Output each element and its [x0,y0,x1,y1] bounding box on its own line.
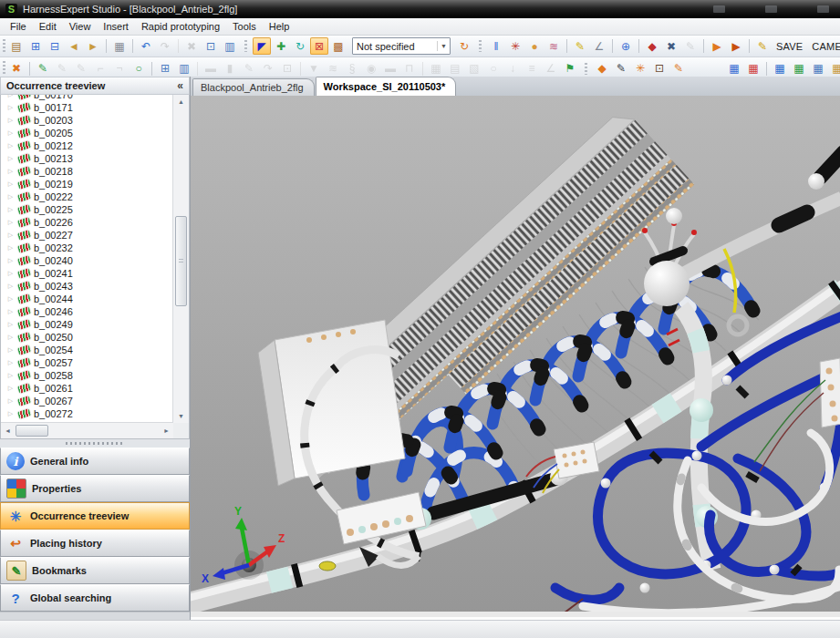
bundle-button[interactable]: ≋ [544,37,563,55]
expand-arrow-icon[interactable]: ▷ [6,397,15,405]
tree-item[interactable]: ▷ b_00170 [6,95,173,101]
junction-button[interactable]: ○ [130,60,148,77]
import-button[interactable]: ◄ [65,37,83,55]
tree-horizontal-scrollbar[interactable]: ◄ ► [1,422,173,438]
elbow2-button[interactable]: ¬ [110,60,129,77]
tree-item[interactable]: ▷ b_00225 [6,203,173,216]
tree-item[interactable]: ▷ b_00267 [6,395,173,407]
expand-arrow-icon[interactable]: ▷ [6,372,15,379]
document-tab[interactable]: Workspace_SI_20110503* [316,77,457,96]
vertical-scroll-thumb[interactable] [175,216,187,306]
scroll-left-icon[interactable]: ◄ [1,423,15,438]
conn4-tool-button[interactable]: ▧ [465,60,483,77]
expand-arrow-icon[interactable]: ▷ [6,193,15,201]
table-add-button[interactable]: ▦ [725,60,743,77]
tree-item[interactable]: ▷ b_00218 [6,165,173,178]
expand-arrow-icon[interactable]: ▷ [6,244,15,252]
harness-3d-scene[interactable]: Y Z X [191,96,840,621]
panel-splitter[interactable] [0,439,190,448]
table-link-button[interactable]: ▦ [771,60,789,77]
expand-arrow-icon[interactable]: ▷ [6,168,15,175]
print-button[interactable]: ▦ [110,37,129,55]
expand-arrow-icon[interactable]: ▷ [6,129,15,137]
cut-route-button[interactable]: ✖ [7,60,26,77]
pin-tool-button[interactable]: ↓ [503,60,522,77]
figure-button[interactable]: ✳ [631,60,649,77]
assign-user-button[interactable]: ◆ [643,37,661,55]
table-remove-button[interactable]: ▦ [744,60,762,77]
mirror-button[interactable]: ‖ [487,37,505,55]
tree-item[interactable]: ▷ b_00241 [6,267,173,280]
scroll-down-icon[interactable]: ▼ [173,409,189,423]
tree-item[interactable]: ▷ b_00171 [6,101,173,114]
table-config-button[interactable]: ▦ [809,60,827,77]
magnifier-tool-button[interactable]: ○ [484,60,503,77]
measure-button[interactable]: ✎ [571,37,589,55]
tree-item[interactable]: ▷ b_00257 [6,356,173,369]
tree-item[interactable]: ▷ b_00246 [6,305,173,318]
expand-arrow-icon[interactable]: ▷ [6,270,15,277]
tree-item[interactable]: ▷ b_00250 [6,331,173,344]
tree-item[interactable]: ▷ b_00254 [6,344,173,356]
draw-segment2-button[interactable]: ✎ [53,60,71,77]
expand-arrow-icon[interactable]: ▷ [6,206,15,213]
menu-item[interactable]: View [63,20,98,33]
expand-arrow-icon[interactable]: ▷ [6,283,15,290]
undo-button[interactable]: ↶ [137,37,155,55]
delete-button[interactable]: ✖ [182,37,201,55]
profile-dropdown[interactable]: Not specified ▼ [352,37,451,55]
table-up-button[interactable]: ▦ [790,60,808,77]
tree-item[interactable]: ▷ b_00240 [6,254,173,267]
coil-tool-button[interactable]: ≋ [324,60,342,77]
grab-edit-button[interactable]: ◆ [593,60,611,77]
tree-item[interactable]: ▷ b_00222 [6,190,173,203]
menu-item[interactable]: Rapid prototyping [135,20,226,33]
menu-item[interactable]: Help [263,20,296,33]
expand-arrow-icon[interactable]: ▷ [6,232,15,239]
refresh-button[interactable]: ↻ [455,37,473,55]
expand-arrow-icon[interactable]: ▷ [6,346,15,354]
tree-item[interactable]: ▷ b_00227 [6,229,173,242]
menu-item[interactable]: File [4,20,33,33]
expand-arrow-icon[interactable]: ▷ [6,321,15,328]
tree-item[interactable]: ▷ b_00212 [6,139,173,152]
tree-item[interactable]: ▷ b_00244 [6,293,173,305]
expand-arrow-icon[interactable]: ▷ [6,104,15,111]
add-terminal-button[interactable]: ▶ [708,37,726,55]
preview-button[interactable]: ▥ [221,37,239,55]
tree-item[interactable]: ▷ b_00203 [6,114,173,127]
clamp-tool-button[interactable]: ⊓ [400,60,419,77]
tree-vertical-scrollbar[interactable]: ▲ ▼ [172,95,189,423]
ribbon-tool-button[interactable]: ∠ [542,60,560,77]
expand-arrow-icon[interactable]: ▷ [6,117,15,124]
document-tab[interactable]: Blackpool_Antrieb_2flg [192,78,315,96]
conn3-tool-button[interactable]: ▤ [446,60,464,77]
box-tool-button[interactable]: ⊡ [278,60,296,77]
tree-item[interactable]: ▷ b_00258 [6,369,173,382]
part-library-button[interactable]: ⊡ [202,37,220,55]
tree-item[interactable]: ▷ b_00205 [6,127,173,139]
edit-dark-button[interactable]: ✎ [612,60,630,77]
elbow-button[interactable]: ⌐ [91,60,109,77]
expand-arrow-icon[interactable]: ▷ [6,359,15,366]
expand-arrow-icon[interactable]: ▷ [6,142,15,149]
expand-arrow-icon[interactable]: ▷ [6,95,15,98]
scroll-up-icon[interactable]: ▲ [173,95,189,108]
conn2-tool-button[interactable]: ▦ [427,60,445,77]
splice-button[interactable]: ✳ [506,37,524,55]
expand-arrow-icon[interactable]: ▷ [6,180,15,188]
move-triad-button[interactable]: ✚ [272,37,290,55]
table-export-button[interactable]: ▦ [828,60,840,77]
cube-edit-button[interactable]: ⊡ [650,60,669,77]
draw-segment-button[interactable]: ✎ [34,60,52,77]
tree-item[interactable]: ▷ b_00249 [6,318,173,331]
grommet-button[interactable]: ● [525,37,544,55]
paint-button[interactable]: ✎ [753,37,772,55]
expand-arrow-icon[interactable]: ▷ [6,257,15,264]
export-button[interactable]: ► [84,37,102,55]
tree-item[interactable]: ▷ b_00226 [6,216,173,229]
rings-tool-button[interactable]: ◉ [362,60,380,77]
expand-arrow-icon[interactable]: ▷ [6,219,15,226]
scroll-right-icon[interactable]: ► [160,423,173,438]
menu-item[interactable]: Tools [226,20,263,33]
